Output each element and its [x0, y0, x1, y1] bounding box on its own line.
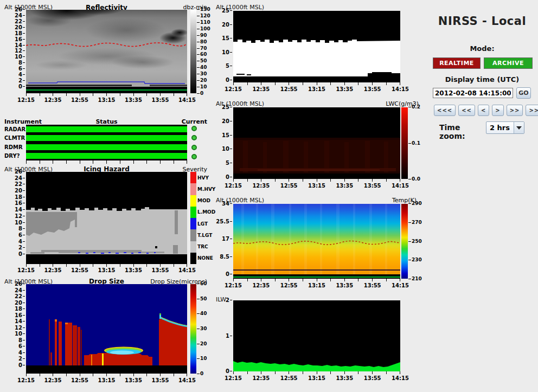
time-label: 13:35 — [123, 377, 144, 383]
time-nav-button[interactable]: < — [478, 105, 489, 116]
time-label: 13:35 — [334, 282, 355, 288]
icing-xlabels: 12:1512:3512:5513:1513:3513:5514:15 — [15, 267, 198, 273]
time-label: 12:55 — [278, 86, 300, 92]
y-tick-label: 18 — [15, 195, 25, 200]
colorbar-tick-label: 0 — [197, 371, 203, 376]
display-time-input[interactable] — [433, 88, 513, 98]
dropsize-xticks — [26, 374, 187, 376]
dropdown-arrow-button[interactable] — [514, 122, 524, 133]
time-label: 12:55 — [69, 267, 91, 273]
time-label: 12:15 — [222, 375, 244, 381]
severity-color-swatch — [190, 207, 196, 218]
y-tick-label: 34 — [222, 201, 232, 206]
time-zoom-select[interactable]: 2 hrs — [486, 121, 524, 134]
dropsize-xlabels: 12:1512:3512:5513:1513:3513:5514:15 — [15, 377, 198, 383]
time-nav-button[interactable]: >>> — [526, 105, 538, 116]
y-tick-label: 24 — [15, 288, 25, 293]
cloud-yaxis: 2520151050 — [218, 8, 232, 82]
time-label: 13:15 — [96, 267, 118, 273]
time-nav-button[interactable]: <<< — [434, 105, 456, 116]
reflectivity-xlabels: 12:1512:3512:5513:1513:3513:5514:15 — [15, 97, 198, 103]
time-label: 12:35 — [250, 86, 272, 92]
y-tick-label: 4 — [18, 72, 25, 77]
time-label: 13:15 — [306, 282, 328, 288]
y-tick-label: 18 — [15, 306, 25, 311]
time-label: 12:15 — [222, 282, 244, 288]
y-tick-label: 16 — [15, 37, 25, 42]
status-bars — [26, 125, 187, 160]
time-nav-buttons: <<<<<<>>>>>> — [434, 105, 538, 116]
instrument-label: RDMR — [4, 144, 25, 150]
y-tick-label: 26 — [15, 281, 25, 286]
display-time-label: Display time (UTC) — [430, 75, 534, 83]
y-tick-label: 6 — [18, 233, 25, 237]
y-tick-label: 20 — [15, 300, 25, 305]
app-title: NIRSS - Local — [430, 15, 534, 28]
y-tick-label: 25.5 — [216, 219, 232, 224]
time-label: 12:55 — [69, 377, 91, 383]
go-button[interactable]: GO — [516, 87, 531, 99]
time-label: 14:15 — [176, 267, 198, 273]
severity-color-swatch — [190, 183, 196, 195]
time-zoom-label: Time zoom: — [439, 123, 485, 140]
y-tick-label: 22 — [15, 182, 25, 187]
time-label: 12:15 — [222, 183, 244, 189]
y-tick-label: 5 — [226, 63, 232, 68]
colorbar-tick-label: 20 — [197, 342, 207, 346]
y-tick-label: 10 — [15, 331, 25, 336]
reflectivity-colorbar — [190, 10, 196, 93]
time-label: 12:55 — [69, 97, 91, 103]
icing-plot — [26, 172, 187, 264]
time-nav-button[interactable]: >> — [507, 105, 523, 116]
temp-colorbar — [401, 204, 408, 279]
colorbar-tick-label: 250 — [408, 239, 422, 244]
colorbar-tick-label: 10 — [197, 85, 207, 89]
time-nav-button[interactable]: << — [458, 105, 475, 116]
y-tick-label: 20 — [15, 25, 25, 30]
y-tick-label: 10 — [15, 220, 25, 225]
mode-label: Mode: — [430, 44, 534, 53]
current-status-lights — [191, 125, 197, 160]
y-tick-label: 12 — [15, 325, 25, 330]
reflectivity-colorbar-labels: 1301201101009080706050403020100 — [197, 7, 210, 96]
time-nav-button[interactable]: > — [492, 105, 503, 116]
severity-color-swatch — [190, 253, 196, 264]
severity-colorbar — [190, 172, 196, 264]
archive-button[interactable]: ARCHIVE — [484, 57, 533, 69]
lwc-colorbar-labels: 0.20.10.0 — [408, 105, 420, 182]
y-tick-label: 8 — [18, 226, 25, 231]
y-tick-label: 0 — [226, 272, 232, 277]
time-label: 13:55 — [362, 183, 383, 189]
severity-color-swatch — [190, 241, 196, 253]
y-tick-label: 8.5 — [220, 254, 232, 259]
colorbar-tick-label: 30 — [197, 72, 207, 76]
severity-color-swatch — [190, 172, 196, 183]
time-label: 14:15 — [389, 375, 411, 381]
time-label: 12:15 — [15, 97, 37, 103]
y-tick-label: 10 — [222, 146, 232, 151]
time-label: 14:15 — [389, 282, 411, 288]
time-label: 12:35 — [42, 267, 64, 273]
colorbar-tick-label: 290 — [408, 201, 422, 206]
time-label: 13:35 — [334, 183, 355, 189]
y-tick-label: 4 — [18, 239, 25, 244]
realtime-button[interactable]: REALTIME — [433, 57, 481, 69]
y-tick-label: 6 — [18, 344, 25, 349]
status-xticks — [26, 160, 187, 164]
y-tick-label: 16 — [15, 201, 25, 205]
icing-xticks — [26, 264, 187, 267]
temp-plot — [233, 204, 400, 279]
y-tick-label: 26 — [15, 169, 25, 174]
colorbar-tick-label: 100 — [197, 27, 210, 31]
instrument-label: DRY? — [4, 153, 25, 159]
ilw-xticks — [233, 371, 400, 374]
dropsize-colorbar — [190, 284, 196, 374]
instrument-label: RADAR — [4, 126, 25, 132]
current-status-light — [191, 154, 197, 159]
current-status-light — [191, 145, 197, 150]
time-zoom-value: 2 hrs — [486, 122, 514, 133]
time-label: 13:15 — [306, 183, 328, 189]
colorbar-tick-label: 270 — [408, 220, 422, 225]
time-label: 13:35 — [334, 375, 355, 381]
colorbar-tick-label: 10 — [197, 356, 207, 361]
